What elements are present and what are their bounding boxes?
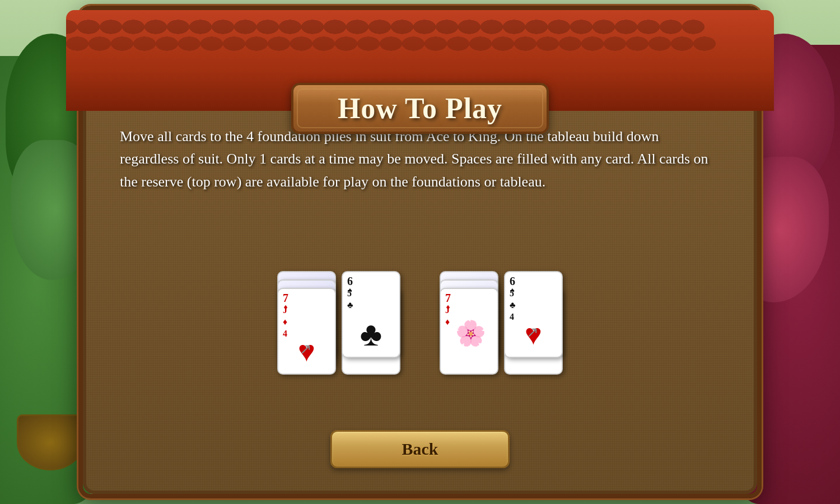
- card-7d-stacked: J ♦: [445, 305, 450, 328]
- card-stack-2: 6 ♠ 5 ♣ ♣: [342, 271, 400, 375]
- card-stack-4: 6 ♠ 5 ♣ 4 ♥ ↗: [504, 271, 563, 375]
- cursor-icon-2: ↗: [526, 324, 539, 341]
- flower-decoration: 🌸: [455, 318, 486, 347]
- cards-illustration: 7 ♦ J ♦ 4 ♥ ↗: [277, 271, 563, 375]
- back-button[interactable]: Back: [330, 430, 510, 468]
- card-stack-1: 7 ♦ J ♦ 4 ♥ ↗: [277, 271, 336, 375]
- card-6-spades-2: 6 ♠ 5 ♣ 4 ♥ ↗: [504, 271, 563, 358]
- card-7-diamonds-flower: 7 ♦ J ♦ 🌸: [440, 288, 498, 375]
- back-button-label: Back: [402, 440, 438, 459]
- page-title: How To Play: [310, 92, 530, 125]
- card-stacked-numbers: J ♦ 4: [283, 305, 287, 339]
- card-6-center-suit: ♣: [360, 315, 382, 354]
- card-6s2-stacked: 5 ♣ 4: [510, 288, 516, 323]
- card-6-spades: 6 ♠ 5 ♣ ♣: [342, 271, 400, 358]
- instructions-text: Move all cards to the 4 foundation piles…: [120, 125, 720, 193]
- content-area: Move all cards to the 4 foundation piles…: [83, 94, 757, 494]
- card-stack-3: 7 ♦ J ♦ 🌸: [440, 271, 498, 375]
- cursor-icon: ↗: [300, 340, 312, 358]
- basket-decoration: [17, 414, 84, 470]
- title-sign: How To Play: [291, 83, 549, 134]
- card-7-hearts: 7 ♦ J ♦ 4 ♥ ↗: [277, 288, 336, 375]
- title-sign-background: How To Play: [291, 83, 549, 134]
- main-panel: How To Play Move all cards to the 4 foun…: [83, 10, 757, 494]
- card-6-stacked: 5 ♣: [347, 288, 353, 311]
